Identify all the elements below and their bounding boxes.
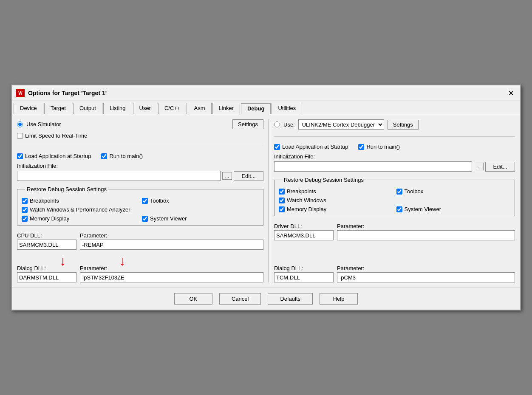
right-watch-windows-checkbox[interactable] (279, 198, 285, 203)
right-settings-button[interactable]: Settings (388, 120, 419, 130)
left-browse-button[interactable]: ... (222, 172, 232, 180)
right-load-run-row: Load Application at Startup Run to main(… (274, 144, 515, 150)
right-edit-button[interactable]: Edit... (485, 162, 515, 172)
right-driver-param-col: Parameter: (337, 223, 515, 240)
right-column: Use: ULINK2/ME Cortex Debugger ST-Link D… (269, 119, 515, 282)
app-icon: W (16, 89, 25, 97)
left-breakpoints-checkbox[interactable] (22, 198, 28, 204)
left-cpu-dll-input[interactable] (17, 240, 76, 250)
right-system-viewer-label: System Viewer (405, 206, 441, 212)
right-browse-button[interactable]: ... (474, 163, 484, 170)
right-load-app-row: Load Application at Startup (274, 144, 348, 150)
right-toolbox-row: Toolbox (396, 188, 511, 195)
right-use-dropdown[interactable]: ULINK2/ME Cortex Debugger ST-Link Debugg… (298, 119, 384, 130)
limit-speed-checkbox[interactable] (17, 133, 23, 139)
right-init-file-input[interactable] (274, 161, 472, 172)
left-system-viewer-checkbox[interactable] (142, 216, 148, 222)
simulator-label: Use Simulator (26, 121, 61, 127)
left-watch-windows-checkbox[interactable] (22, 207, 28, 213)
right-breakpoints-label: Breakpoints (287, 188, 316, 195)
right-init-file-row: ... Edit... (274, 161, 515, 172)
right-breakpoints-row: Breakpoints (279, 188, 393, 195)
right-run-to-main-label: Run to main() (366, 144, 400, 150)
right-dialog-dll-col: Dialog DLL: (274, 265, 334, 282)
left-toolbox-checkbox[interactable] (142, 198, 148, 204)
right-dialog-param-col: Parameter: (337, 265, 515, 282)
left-run-to-main-label: Run to main() (109, 153, 143, 159)
left-memory-display-checkbox[interactable] (22, 216, 28, 222)
left-toolbox-row: Toolbox (142, 198, 259, 204)
help-button[interactable]: Help (320, 293, 358, 305)
tab-device[interactable]: Device (14, 103, 43, 114)
right-dialog-param-input[interactable] (337, 272, 515, 282)
tab-cpp[interactable]: C/C++ (158, 103, 187, 114)
left-watch-windows-label: Watch Windows & Performance Analyzer (30, 206, 130, 213)
left-init-file-row: ... Edit... (17, 171, 263, 181)
right-load-app-label: Load Application at Startup (282, 144, 348, 150)
right-load-app-checkbox[interactable] (274, 144, 280, 150)
left-edit-button[interactable]: Edit... (234, 171, 263, 181)
left-load-app-label: Load Application at Startup (25, 153, 91, 159)
left-run-to-main-checkbox[interactable] (101, 153, 107, 159)
right-toolbox-checkbox[interactable] (396, 189, 402, 195)
tab-listing[interactable]: Listing (103, 103, 132, 114)
right-dialog-dll-label: Dialog DLL: (274, 265, 334, 271)
tab-asm[interactable]: Asm (188, 103, 212, 114)
right-driver-param-input[interactable] (337, 230, 515, 240)
ok-button[interactable]: OK (174, 293, 212, 305)
right-dialog-dll-input[interactable] (274, 272, 334, 282)
left-init-file-group: Initialization File: ... Edit... (17, 163, 263, 181)
tab-debug[interactable]: Debug (241, 103, 271, 114)
right-memory-display-label: Memory Display (287, 206, 326, 212)
defaults-button[interactable]: Defaults (268, 293, 313, 305)
left-init-file-label: Initialization File: (17, 163, 263, 169)
right-use-row: Use: ULINK2/ME Cortex Debugger ST-Link D… (274, 119, 515, 130)
right-system-viewer-checkbox[interactable] (396, 206, 402, 212)
left-toolbox-label: Toolbox (150, 198, 169, 204)
right-use-label: Use: (283, 121, 295, 128)
cancel-button[interactable]: Cancel (219, 293, 261, 305)
left-memory-display-label: Memory Display (30, 215, 69, 222)
tab-linker[interactable]: Linker (212, 103, 240, 114)
tab-user[interactable]: User (133, 103, 157, 114)
left-run-to-main-row: Run to main() (101, 153, 143, 159)
right-restore-legend: Restore Debug Session Settings (282, 177, 365, 183)
right-run-to-main-checkbox[interactable] (358, 144, 364, 150)
right-use-radio[interactable] (274, 121, 280, 127)
left-restore-fieldset: Restore Debug Session Settings Breakpoin… (17, 186, 263, 226)
left-watch-windows-row: Watch Windows & Performance Analyzer (22, 206, 259, 213)
right-driver-dll-input[interactable] (274, 230, 334, 240)
left-column: Use Simulator Settings Limit Speed to Re… (17, 119, 263, 282)
left-cpu-param-input[interactable] (80, 240, 263, 250)
left-breakpoints-label: Breakpoints (30, 198, 59, 204)
right-memory-display-checkbox[interactable] (279, 206, 285, 212)
left-cpu-dll-section: CPU DLL: Parameter: (17, 232, 263, 250)
close-button[interactable]: ✕ (506, 88, 516, 98)
left-load-run-row: Load Application at Startup Run to main(… (17, 153, 263, 159)
left-load-app-checkbox[interactable] (17, 153, 23, 159)
tab-target[interactable]: Target (44, 103, 72, 114)
tab-utilities[interactable]: Utilities (272, 103, 302, 114)
left-settings-button[interactable]: Settings (232, 119, 263, 129)
right-breakpoints-checkbox[interactable] (279, 189, 285, 195)
tab-output[interactable]: Output (73, 103, 102, 114)
window-title: Options for Target 'Target 1' (28, 90, 107, 96)
title-bar-left: W Options for Target 'Target 1' (16, 89, 107, 97)
dialog-content: Use Simulator Settings Limit Speed to Re… (12, 114, 520, 288)
left-restore-legend: Restore Debug Session Settings (25, 186, 108, 192)
right-init-file-label: Initialization File: (274, 153, 515, 160)
left-breakpoints-row: Breakpoints (22, 198, 139, 204)
right-driver-dll-section: Driver DLL: Parameter: (274, 223, 515, 240)
left-init-file-input[interactable] (17, 171, 221, 181)
simulator-radio[interactable] (17, 121, 23, 127)
right-dialog-dll-row: Dialog DLL: Parameter: (274, 265, 515, 282)
right-run-to-main-row: Run to main() (358, 144, 400, 150)
right-watch-windows-row: Watch Windows (279, 197, 510, 203)
right-init-file-group: Initialization File: ... Edit... (274, 153, 515, 172)
two-column-layout: Use Simulator Settings Limit Speed to Re… (17, 119, 515, 282)
right-restore-fieldset: Restore Debug Session Settings Breakpoin… (274, 177, 515, 216)
options-dialog: W Options for Target 'Target 1' ✕ Device… (11, 85, 521, 310)
right-restore-grid: Breakpoints Toolbox Watch Windows M (279, 188, 510, 212)
left-restore-grid: Breakpoints Toolbox Watch Windows & Perf… (22, 198, 259, 222)
right-driver-param-label: Parameter: (337, 223, 515, 229)
